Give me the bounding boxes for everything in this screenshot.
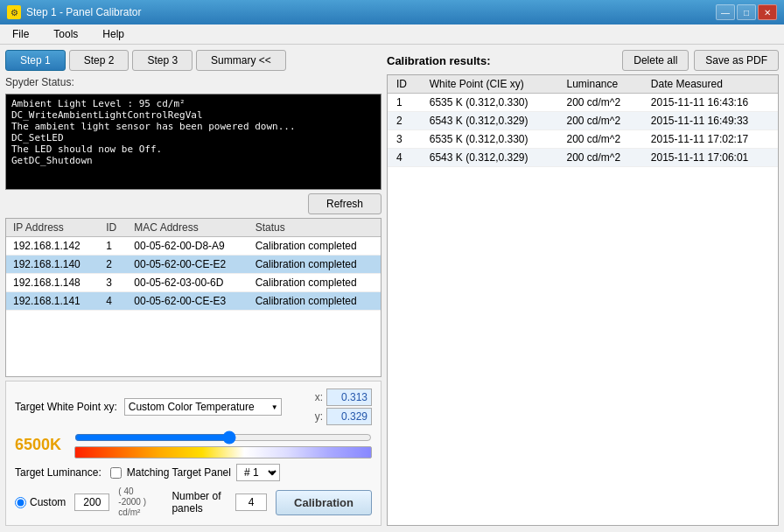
- cal-date: 2015-11-11 16:49:33: [642, 112, 778, 130]
- cal-table-row[interactable]: 1 6535 K (0.312,0.330) 200 cd/m^2 2015-1…: [388, 94, 778, 112]
- device-ip: 192.168.1.142: [6, 237, 99, 256]
- custom-radio-label: Custom: [30, 496, 66, 508]
- device-id: 1: [99, 237, 127, 256]
- cal-white-point: 6535 K (0.312,0.330): [421, 94, 558, 112]
- color-temp-value: 6500K: [15, 436, 67, 454]
- dropdown-wrap: Custom Color Temperature: [124, 398, 282, 416]
- log-line-5: GetDC_Shutdown: [11, 155, 375, 166]
- device-table: IP Address ID MAC Address Status 192.168…: [6, 219, 381, 311]
- cal-table-container: ID White Point (CIE xy) Luminance Date M…: [387, 74, 779, 526]
- device-table-row[interactable]: 192.168.1.148 3 00-05-62-03-00-6D Calibr…: [6, 274, 381, 292]
- col-ip: IP Address: [6, 219, 99, 237]
- cal-id: 3: [388, 130, 421, 149]
- cal-date: 2015-11-11 17:06:01: [642, 149, 778, 167]
- cal-table-row[interactable]: 4 6543 K (0.312,0.329) 200 cd/m^2 2015-1…: [388, 149, 778, 167]
- device-table-row[interactable]: 192.168.1.140 2 00-05-62-00-CE-E2 Calibr…: [6, 256, 381, 274]
- device-table-row[interactable]: 192.168.1.142 1 00-05-62-00-D8-A9 Calibr…: [6, 237, 381, 256]
- x-input[interactable]: [326, 388, 372, 406]
- calibration-button[interactable]: Calibration: [276, 490, 372, 515]
- device-table-container: IP Address ID MAC Address Status 192.168…: [5, 218, 382, 377]
- color-temp-row: 6500K: [15, 430, 372, 458]
- close-button[interactable]: ✕: [758, 4, 777, 20]
- device-status: Calibration completed: [248, 237, 381, 256]
- cal-col-lum: Luminance: [557, 75, 641, 94]
- cal-col-wp: White Point (CIE xy): [421, 75, 558, 94]
- device-status: Calibration completed: [248, 256, 381, 274]
- cal-date: 2015-11-11 16:43:16: [642, 94, 778, 112]
- num-panels-input[interactable]: [235, 494, 267, 511]
- y-input[interactable]: [326, 408, 372, 425]
- panel-select[interactable]: # 1: [236, 464, 280, 481]
- target-wp-row: Target White Point xy: Custom Color Temp…: [15, 388, 372, 425]
- device-ip: 192.168.1.148: [6, 274, 99, 292]
- col-id: ID: [99, 219, 127, 237]
- refresh-row: Refresh: [5, 193, 382, 214]
- cal-luminance: 200 cd/m^2: [557, 112, 641, 130]
- menu-help[interactable]: Help: [97, 26, 130, 42]
- color-temp-dropdown[interactable]: Custom Color Temperature: [124, 398, 282, 416]
- log-line-3: DC_SetLED: [11, 132, 375, 144]
- matching-label: Matching Target Panel: [127, 466, 231, 479]
- device-table-row[interactable]: 192.168.1.141 4 00-05-62-00-CE-E3 Calibr…: [6, 292, 381, 311]
- device-mac: 00-05-62-03-00-6D: [127, 274, 248, 292]
- spyder-label: Spyder Status:: [5, 76, 382, 88]
- menu-bar: File Tools Help: [0, 24, 784, 45]
- slider-container: [74, 430, 372, 458]
- custom-radio[interactable]: [15, 497, 26, 508]
- menu-tools[interactable]: Tools: [48, 26, 83, 42]
- panel-dropdown-wrap: # 1: [236, 464, 280, 481]
- col-mac: MAC Address: [127, 219, 248, 237]
- target-wp-label: Target White Point xy:: [15, 401, 117, 413]
- step3-button[interactable]: Step 3: [132, 50, 192, 71]
- maximize-button[interactable]: □: [737, 4, 756, 20]
- spyder-log: Ambient Light Level : 95 cd/m² DC_WriteA…: [5, 94, 382, 190]
- left-panel: Step 1 Step 2 Step 3 Summary << Spyder S…: [5, 50, 382, 526]
- color-temp-slider[interactable]: [74, 430, 372, 444]
- cal-results-header: Calibration results: Delete all Save as …: [387, 50, 779, 71]
- cal-table-row[interactable]: 3 6535 K (0.312,0.330) 200 cd/m^2 2015-1…: [388, 130, 778, 149]
- matching-panel-row: Matching Target Panel # 1: [110, 464, 280, 481]
- xy-inputs: x: y:: [312, 388, 372, 425]
- header-buttons: Delete all Save as PDF: [622, 50, 779, 71]
- log-line-1: DC_WriteAmbientLightControlRegVal: [11, 109, 375, 121]
- refresh-button[interactable]: Refresh: [308, 193, 382, 214]
- menu-file[interactable]: File: [7, 26, 34, 42]
- device-id: 2: [99, 256, 127, 274]
- cal-table-row[interactable]: 2 6543 K (0.312,0.329) 200 cd/m^2 2015-1…: [388, 112, 778, 130]
- device-id: 3: [99, 274, 127, 292]
- summary-button[interactable]: Summary <<: [196, 50, 286, 71]
- device-mac: 00-05-62-00-CE-E3: [127, 292, 248, 311]
- device-ip: 192.168.1.140: [6, 256, 99, 274]
- main-content: Step 1 Step 2 Step 3 Summary << Spyder S…: [0, 45, 784, 531]
- minimize-button[interactable]: —: [716, 4, 735, 20]
- matching-panel-checkbox[interactable]: [110, 467, 122, 479]
- step1-button[interactable]: Step 1: [5, 50, 66, 71]
- window-title: Step 1 - Panel Calibrator: [26, 6, 141, 18]
- num-panels-label: Number of panels: [172, 490, 230, 514]
- luminance-value[interactable]: [74, 494, 109, 511]
- app-icon: ⚙: [7, 5, 21, 19]
- x-label: x:: [312, 391, 323, 403]
- luminance-label: Target Luminance:: [15, 466, 102, 479]
- save-as-pdf-button[interactable]: Save as PDF: [694, 50, 779, 71]
- delete-all-button[interactable]: Delete all: [622, 50, 689, 71]
- device-status: Calibration completed: [248, 292, 381, 311]
- step2-button[interactable]: Step 2: [69, 50, 130, 71]
- y-row: y:: [312, 408, 372, 425]
- log-line-2: The ambient light sensor has been powere…: [11, 121, 375, 132]
- device-id: 4: [99, 292, 127, 311]
- cal-white-point: 6543 K (0.312,0.329): [421, 149, 558, 167]
- device-ip: 192.168.1.141: [6, 292, 99, 311]
- luminance-unit: ( 40 -2000 ) cd/m²: [118, 486, 154, 518]
- radio-group: Custom: [15, 496, 66, 508]
- y-label: y:: [312, 410, 323, 423]
- cal-luminance: 200 cd/m^2: [557, 149, 641, 167]
- log-line-0: Ambient Light Level : 95 cd/m²: [11, 98, 375, 109]
- log-line-4: The LED should now be Off.: [11, 144, 375, 155]
- cal-luminance: 200 cd/m^2: [557, 130, 641, 149]
- device-status: Calibration completed: [248, 274, 381, 292]
- cal-luminance: 200 cd/m^2: [557, 94, 641, 112]
- col-status: Status: [248, 219, 381, 237]
- bottom-controls: Target White Point xy: Custom Color Temp…: [5, 381, 382, 526]
- device-mac: 00-05-62-00-CE-E2: [127, 256, 248, 274]
